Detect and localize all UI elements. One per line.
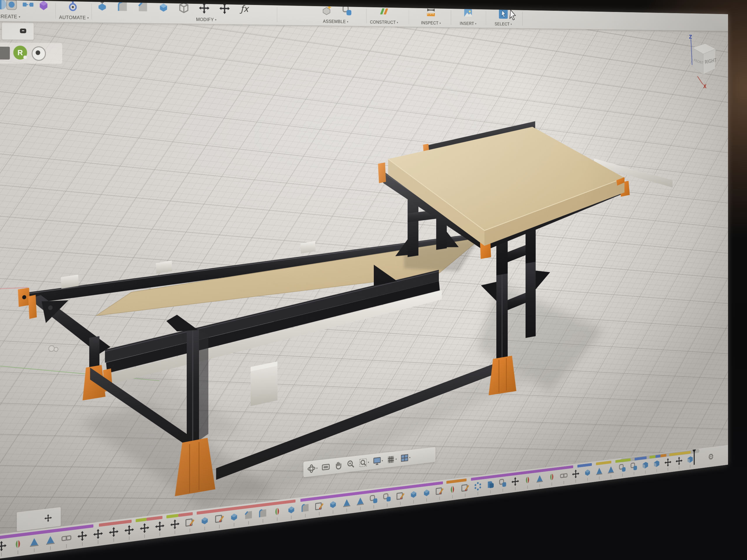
- timeline-settings-gear-icon[interactable]: ⚙: [708, 452, 714, 461]
- timeline-feature-move[interactable]: [154, 520, 165, 533]
- menu-construct[interactable]: CONSTRUCT ▾: [363, 20, 405, 25]
- timeline-group-bar[interactable]: [178, 512, 192, 517]
- timeline-feature-move[interactable]: [664, 457, 672, 468]
- browser-collapsed-panel[interactable]: [2, 22, 34, 40]
- create-form-icon[interactable]: [37, 0, 50, 12]
- timeline-feature-sketch[interactable]: [314, 500, 324, 512]
- modify-chamfer-icon[interactable]: [137, 0, 149, 14]
- timeline-feature-move[interactable]: [170, 518, 180, 531]
- automate-plumb-icon[interactable]: [67, 0, 79, 12]
- timeline-feature-extrude[interactable]: [200, 514, 210, 527]
- menu-modify[interactable]: MODIFY ▾: [183, 17, 229, 23]
- timeline-feature-extrude[interactable]: [229, 511, 239, 523]
- timeline-playhead[interactable]: [692, 449, 697, 465]
- viewcube[interactable]: Z X RIGHT FRONT: [684, 34, 725, 89]
- timeline-feature-extrude[interactable]: [409, 488, 418, 500]
- nav-pan-button[interactable]: [333, 459, 344, 472]
- timeline-feature-move[interactable]: [124, 524, 134, 536]
- timeline-feature-sketch[interactable]: [214, 512, 224, 525]
- timeline-feature-move[interactable]: [572, 469, 580, 479]
- timeline-feature-link[interactable]: [61, 531, 72, 544]
- timeline-feature-tri[interactable]: [29, 535, 40, 549]
- menu-inspect[interactable]: INSPECT ▾: [410, 20, 451, 26]
- timeline-feature-tri[interactable]: [356, 495, 365, 507]
- insert-image-icon[interactable]: [463, 7, 473, 19]
- timeline-feature-move[interactable]: [675, 456, 683, 466]
- modify-extrude-icon[interactable]: [157, 1, 170, 14]
- timeline-feature-joint[interactable]: [630, 461, 638, 472]
- document-icon[interactable]: [0, 47, 10, 59]
- construct-planes-icon[interactable]: [379, 5, 390, 18]
- timeline-feature-fillet[interactable]: [301, 502, 310, 514]
- modify-fillet-icon[interactable]: [117, 0, 129, 13]
- timeline-feature-move[interactable]: [77, 530, 88, 542]
- assemble-newcomp-icon[interactable]: [321, 4, 332, 17]
- timeline-feature-combine[interactable]: [486, 479, 495, 490]
- timeline-feature-tri[interactable]: [45, 533, 56, 546]
- timeline-tick: [622, 473, 623, 477]
- timeline-feature-move[interactable]: [0, 540, 7, 553]
- create-patternlink-icon[interactable]: [21, 0, 34, 12]
- timeline-feature-sketch[interactable]: [185, 516, 195, 529]
- timeline-feature-move[interactable]: [139, 522, 150, 534]
- version-badge[interactable]: R: [14, 46, 27, 59]
- timeline-feature-tri[interactable]: [607, 464, 615, 475]
- timeline-feature-sketch[interactable]: [435, 485, 444, 497]
- timeline-feature-cpattern[interactable]: [473, 481, 482, 492]
- modify-shell-icon[interactable]: [178, 1, 190, 14]
- timeline-feature-tri[interactable]: [536, 473, 544, 484]
- modify-move-icon[interactable]: [218, 2, 230, 15]
- assemble-joint-icon[interactable]: [342, 5, 353, 17]
- timeline-feature-boxb[interactable]: [641, 460, 649, 471]
- modify-presspull-icon[interactable]: [96, 0, 108, 13]
- timeline-tick: [291, 516, 291, 519]
- timeline-feature-sketch[interactable]: [461, 482, 470, 494]
- timeline-feature-joint[interactable]: [383, 492, 392, 503]
- timeline-feature-extrude[interactable]: [286, 504, 296, 516]
- timeline-group-bar[interactable]: [136, 518, 147, 522]
- select-cursorsel-icon[interactable]: [498, 7, 508, 19]
- timeline-feature-move[interactable]: [93, 528, 104, 540]
- timeline-feature-sketch[interactable]: [396, 490, 405, 502]
- visibility-eye-icon[interactable]: [31, 46, 46, 61]
- timeline-feature-extrude[interactable]: [328, 499, 338, 510]
- create-cylinder-icon[interactable]: [5, 0, 18, 11]
- menu-assemble[interactable]: ASSEMBLE ▾: [314, 19, 357, 25]
- timeline-feature-extrude[interactable]: [583, 467, 591, 478]
- timeline-feature-joint[interactable]: [369, 494, 379, 505]
- timeline-feature-tri[interactable]: [342, 497, 352, 508]
- timeline-feature-chamfer[interactable]: [243, 509, 254, 521]
- timeline-feature-rib[interactable]: [12, 537, 24, 551]
- timeline-feature-move[interactable]: [511, 476, 520, 487]
- modify-move-icon[interactable]: [198, 2, 210, 15]
- timeline-feature-rib[interactable]: [548, 471, 556, 482]
- timeline-feature-joint[interactable]: [498, 477, 507, 488]
- nav-look-at-button[interactable]: [320, 460, 331, 474]
- nav-viewports-button[interactable]: ▾: [399, 452, 411, 464]
- timeline-group-bar[interactable]: [166, 514, 178, 518]
- menu-insert[interactable]: INSERT ▾: [448, 21, 488, 27]
- nav-fit-button[interactable]: ▾: [358, 456, 370, 469]
- menu-select[interactable]: SELECT ▾: [484, 21, 523, 27]
- inspect-measure-icon[interactable]: [426, 6, 436, 18]
- timeline-feature-rib[interactable]: [523, 475, 532, 486]
- timeline-tick: [219, 525, 220, 528]
- menu-create[interactable]: CREATE ▾: [0, 14, 34, 20]
- timeline-group-bar[interactable]: [577, 463, 592, 468]
- timeline-feature-fillet[interactable]: [258, 507, 268, 519]
- timeline-feature-extrude[interactable]: [422, 487, 431, 499]
- modify-fx-icon[interactable]: [239, 2, 251, 15]
- timeline-group-bar[interactable]: [147, 516, 162, 521]
- timeline-feature-tri[interactable]: [595, 465, 603, 476]
- timeline-feature-link[interactable]: [560, 470, 568, 481]
- nav-orbit-button[interactable]: ▾: [306, 462, 319, 475]
- timeline-feature-boxb[interactable]: [653, 458, 661, 469]
- timeline-feature-rib[interactable]: [448, 484, 457, 495]
- timeline-feature-move[interactable]: [108, 526, 119, 538]
- timeline-group-bar[interactable]: [615, 458, 630, 463]
- nav-display-settings-button[interactable]: ▾: [372, 454, 384, 467]
- nav-grid-and-snaps-button[interactable]: ▾: [385, 453, 398, 466]
- timeline-feature-joint[interactable]: [618, 462, 626, 473]
- nav-zoom-button[interactable]: [345, 458, 356, 471]
- timeline-feature-rib[interactable]: [272, 505, 282, 517]
